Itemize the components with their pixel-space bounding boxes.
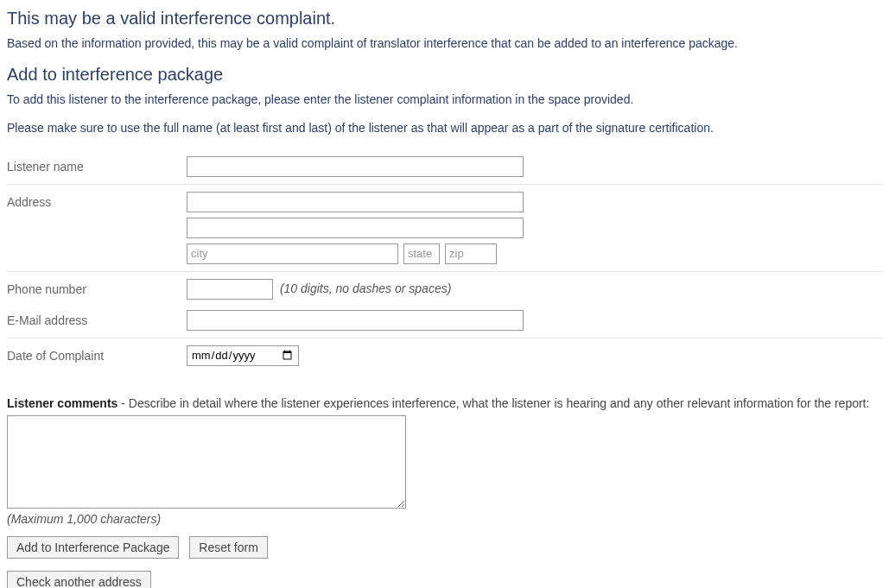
comments-label-rest: - Describe in detail where the listener … <box>117 396 869 410</box>
intro-paragraph-1: Based on the information provided, this … <box>7 35 882 53</box>
intro-paragraph-3: Please make sure to use the full name (a… <box>7 120 882 137</box>
label-listener-name: Listener name <box>7 156 187 174</box>
phone-input[interactable] <box>187 279 273 300</box>
comments-label-strong: Listener comments <box>7 396 117 410</box>
email-input[interactable] <box>187 310 524 331</box>
add-to-package-button[interactable]: Add to Interference Package <box>7 536 179 559</box>
label-date: Date of Complaint <box>7 345 187 363</box>
check-another-address-button[interactable]: Check another address <box>7 571 151 588</box>
heading-add-package: Add to interference package <box>7 65 882 85</box>
max-characters-hint: (Maximum 1,000 characters) <box>7 512 882 526</box>
state-input[interactable] <box>403 243 440 264</box>
address-line2-input[interactable] <box>187 218 524 238</box>
zip-input[interactable] <box>445 243 497 264</box>
phone-hint: (10 digits, no dashes or spaces) <box>280 281 451 295</box>
date-of-complaint-input[interactable] <box>187 345 299 366</box>
label-email: E-Mail address <box>7 310 187 327</box>
comments-label: Listener comments - Describe in detail w… <box>7 395 882 413</box>
label-phone: Phone number <box>7 279 187 296</box>
heading-valid-complaint: This may be a valid interference complai… <box>7 9 882 28</box>
label-address: Address <box>7 192 187 209</box>
city-input[interactable] <box>187 243 398 264</box>
reset-form-button[interactable]: Reset form <box>189 536 267 559</box>
listener-name-input[interactable] <box>187 156 524 177</box>
intro-paragraph-2: To add this listener to the interference… <box>7 92 882 109</box>
listener-comments-textarea[interactable] <box>7 415 406 509</box>
address-line1-input[interactable] <box>187 192 524 212</box>
